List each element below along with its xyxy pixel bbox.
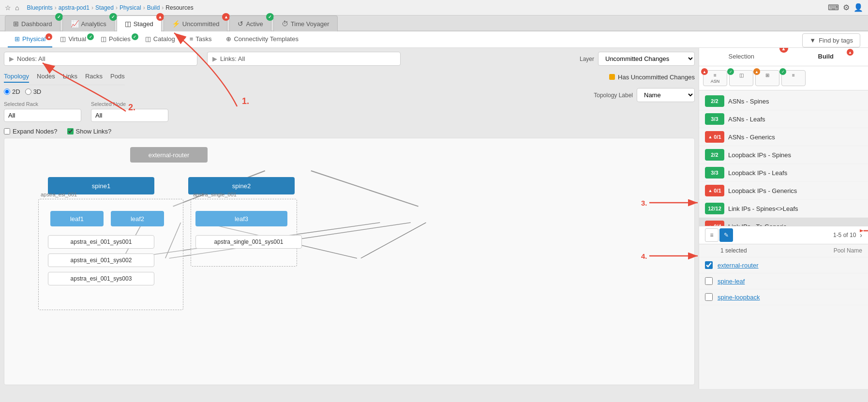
- node-leaf2[interactable]: leaf2: [111, 211, 164, 226]
- view-tabs: Topology Nodes Links Racks Pods: [4, 69, 125, 85]
- layer-select[interactable]: Uncommitted Changes: [598, 52, 695, 66]
- sub-tab-physical[interactable]: ⊞ Physical ▲: [8, 31, 52, 47]
- topo-label-select[interactable]: Name: [637, 88, 695, 102]
- sub-tab-catalog[interactable]: ◫ Catalog: [138, 31, 182, 47]
- radio-2d-input[interactable]: [4, 89, 10, 95]
- pool-item-spine-leaf[interactable]: spine-leaf: [699, 273, 868, 289]
- node-external-router[interactable]: external-router: [130, 147, 208, 163]
- loopback-spines-badge: 2/2: [705, 149, 724, 161]
- links-filter[interactable]: ▶ Links: All: [207, 52, 401, 66]
- view-tab-topology[interactable]: Topology: [4, 71, 29, 83]
- tab-staged[interactable]: ◫ Staged ▲: [117, 15, 162, 31]
- panel-list-icon-btn[interactable]: ≡: [705, 228, 718, 242]
- node-sys003[interactable]: apstra_esi_001_sys003: [48, 272, 154, 285]
- resource-item-asns-spines[interactable]: 2/2 ASNs - Spines: [699, 92, 868, 110]
- sub-tab-policies[interactable]: ◫ Policies ✓: [94, 31, 137, 47]
- node-single-sys001[interactable]: apstra_single_001_sys001: [195, 235, 302, 249]
- node-sys002[interactable]: apstra_esi_001_sys002: [48, 253, 154, 267]
- resource-item-asns-generics[interactable]: ▲ 0/1 ASNs - Generics: [699, 128, 868, 146]
- resource-item-loopback-generics[interactable]: ▲ 0/1 Loopback IPs - Generics: [699, 182, 868, 200]
- catalog-icon: ◫: [145, 35, 151, 43]
- right-tab-build[interactable]: Build ▲: [784, 48, 868, 66]
- star-icon[interactable]: ☆: [5, 4, 11, 12]
- virtual-icon: ◫: [60, 35, 66, 43]
- breadcrumb-physical[interactable]: Physical: [120, 4, 141, 11]
- main-content: ▶ Nodes: All ▶ Links: All Layer Uncommit…: [0, 48, 868, 389]
- staged-icon: ◫: [125, 20, 131, 28]
- tasks-icon: ≡: [190, 35, 194, 43]
- breadcrumb-staged[interactable]: Staged: [95, 4, 114, 11]
- radio-2d[interactable]: 2D: [4, 88, 20, 95]
- resource-item-link-spines-leafs[interactable]: 12/12 Link IPs - Spines<>Leafs: [699, 200, 868, 218]
- find-by-tags-button[interactable]: ▼ Find by tags: [802, 33, 860, 47]
- header-actions: ⌨ ⚙ 👤: [828, 3, 863, 12]
- resource-item-asns-leafs[interactable]: 3/3 ASNs - Leafs: [699, 110, 868, 128]
- uncommitted-dot: [609, 74, 615, 80]
- links-arrow: ▶: [212, 55, 217, 62]
- home-icon[interactable]: ⌂: [15, 4, 19, 12]
- virtual-badge: ✓: [87, 33, 94, 40]
- terminal-icon[interactable]: ⌨: [828, 3, 839, 12]
- tab-analytics[interactable]: 📈 Analytics ✓: [62, 15, 115, 31]
- left-panel: ▶ Nodes: All ▶ Links: All Layer Uncommit…: [0, 48, 699, 389]
- topo-label-controls: Topology Label Name: [594, 88, 695, 102]
- pool-checkbox-spine-leaf[interactable]: [705, 277, 713, 285]
- tab-uncommitted[interactable]: ⚡ Uncommitted ▲: [164, 15, 228, 31]
- uncommitted-badge: ▲: [222, 13, 230, 21]
- asn-list-icon: ≡: [714, 73, 717, 78]
- node-sys001[interactable]: apstra_esi_001_sys001: [48, 235, 154, 249]
- node-select[interactable]: All: [91, 109, 168, 122]
- resource-item-loopback-spines[interactable]: 2/2 Loopback IPs - Spines: [699, 146, 868, 164]
- pool-list: 1 selected Pool Name external-router spi…: [699, 244, 868, 389]
- nodes-filter[interactable]: ▶ Nodes: All: [4, 52, 197, 66]
- active-icon: ↺: [238, 20, 243, 28]
- rack-select[interactable]: All: [4, 109, 81, 122]
- sub-tab-tasks[interactable]: ≡ Tasks: [183, 31, 219, 47]
- expand-nodes-input[interactable]: [4, 128, 10, 134]
- expand-nodes-checkbox[interactable]: Expand Nodes?: [4, 128, 58, 135]
- pool-item-external-router[interactable]: external-router: [699, 257, 868, 273]
- tab-time-voyager[interactable]: ⏱ Time Voyager: [273, 15, 338, 31]
- view-tab-racks[interactable]: Racks: [85, 71, 103, 83]
- topology-canvas[interactable]: external-router spine1 spine2 apstra_esi…: [4, 138, 695, 385]
- panel-edit-icon-btn[interactable]: ✎: [719, 228, 733, 242]
- asns-leafs-badge: 3/3: [705, 113, 724, 125]
- breadcrumb-blueprints[interactable]: Blueprints: [27, 4, 52, 11]
- sub-tab-connectivity[interactable]: ⊕ Connectivity Templates: [219, 31, 305, 47]
- node-leaf1[interactable]: leaf1: [50, 211, 104, 226]
- tab-active[interactable]: ↺ Active ✓: [229, 15, 271, 31]
- res-icon-badge-3: ▲: [753, 68, 760, 75]
- breadcrumb-build[interactable]: Build: [147, 4, 160, 11]
- loopback-generics-badge: ▲ 0/1: [705, 185, 724, 196]
- res-icon-asn-spines[interactable]: ▲ ≡ ASN: [703, 70, 727, 86]
- list-icon: ≡: [710, 232, 713, 238]
- show-links-checkbox[interactable]: Show Links?: [67, 128, 112, 135]
- main-tabs: ⊞ Dashboard ✓ 📈 Analytics ✓ ◫ Staged ▲ ⚡…: [0, 15, 868, 31]
- node-select-group: Selected Node All: [91, 101, 168, 122]
- pool-item-spine-loopback[interactable]: spine-loopback: [699, 289, 868, 305]
- right-tab-selection[interactable]: Selection: [699, 48, 784, 66]
- res-icon-loopback[interactable]: ✓ ◫: [729, 70, 753, 86]
- pool-checkbox-external-router[interactable]: [705, 261, 713, 269]
- view-tab-nodes[interactable]: Nodes: [37, 71, 55, 83]
- node-leaf3[interactable]: leaf3: [195, 211, 287, 226]
- res-icon-link-spines[interactable]: ▲ ⊞: [755, 70, 779, 86]
- view-tab-pods[interactable]: Pods: [110, 71, 125, 83]
- view-tab-links[interactable]: Links: [63, 71, 77, 83]
- show-links-input[interactable]: [67, 128, 74, 134]
- sub-tab-virtual[interactable]: ◫ Virtual ✓: [53, 31, 93, 47]
- res-icon-badge-4: ✓: [779, 68, 786, 75]
- resource-item-link-to-generic[interactable]: ▲ 0/4 Link IPs - To Generic: [699, 218, 868, 226]
- breadcrumb-pod[interactable]: apstra-pod1: [59, 4, 90, 11]
- pool-checkbox-spine-loopback[interactable]: [705, 293, 713, 301]
- user-icon[interactable]: 👤: [853, 3, 863, 12]
- pagination-text: 1-5 of 10: [833, 232, 856, 238]
- tab-dashboard[interactable]: ⊞ Dashboard ✓: [5, 15, 60, 31]
- radio-3d[interactable]: 3D: [25, 88, 42, 95]
- res-icon-link-generic[interactable]: ✓ ≡: [781, 70, 806, 86]
- resource-item-loopback-leafs[interactable]: 3/3 Loopback IPs - Leafs: [699, 164, 868, 182]
- settings-icon[interactable]: ⚙: [843, 3, 850, 12]
- radio-3d-input[interactable]: [25, 89, 31, 95]
- resource-list: 2/2 ASNs - Spines 3/3 ASNs - Leafs ▲ 0/1…: [699, 90, 868, 226]
- next-page-button[interactable]: ›: [860, 231, 862, 239]
